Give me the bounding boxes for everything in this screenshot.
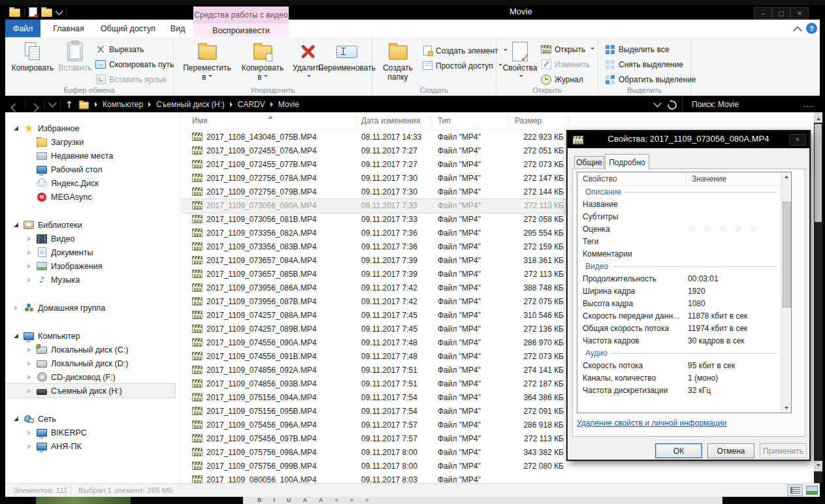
quick-access-dropdown-icon[interactable]	[55, 7, 63, 16]
expander-icon[interactable]	[26, 360, 33, 367]
properties-button[interactable]: Свойства	[502, 39, 538, 87]
property-row[interactable]: Частота кадров30 кадров в сек	[577, 334, 781, 347]
quick-access-paste-icon[interactable]	[29, 7, 37, 17]
file-row[interactable]: 3212017_1109_073356_083B.MP409.11.2017 7…	[182, 240, 570, 254]
remove-properties-link[interactable]: Удаление свойств и личной информации	[577, 418, 726, 428]
sidebar-item-videos[interactable]: Видео	[5, 232, 175, 245]
copy-path-button[interactable]: ... Скопировать путь	[95, 57, 174, 72]
property-row[interactable]: Оценка☆ ☆ ☆ ☆ ☆	[577, 223, 781, 235]
move-to-button[interactable]: ← Переместить в	[179, 39, 235, 87]
expander-icon[interactable]	[26, 236, 33, 242]
maximize-button[interactable]: ▢	[772, 7, 790, 19]
easy-access-button[interactable]: Простой доступ	[422, 58, 508, 73]
file-row[interactable]: 3212017_1109_074257_088A.MP409.11.2017 7…	[182, 309, 570, 323]
sidebar-item-anya-pk[interactable]: АНЯ-ПК	[5, 439, 175, 453]
sidebar-item-documents[interactable]: Документы	[5, 245, 175, 259]
expander-icon[interactable]	[26, 249, 33, 256]
sidebar-item-disk-c[interactable]: Локальный диск (C:)	[5, 343, 175, 356]
scroll-up-icon[interactable]	[814, 112, 822, 123]
tab-file[interactable]: Файл	[5, 20, 40, 37]
file-row[interactable]: 3212017_1109_075156_094A.MP409.11.2017 7…	[182, 391, 570, 405]
file-row[interactable]: 3212017_1109_072455_077B.MP409.11.2017 7…	[182, 158, 570, 172]
select-all-button[interactable]: Выделить все	[605, 42, 696, 57]
tab-view[interactable]: Вид	[166, 20, 189, 37]
history-button[interactable]: Журнал	[541, 72, 594, 87]
quick-access-folder-icon[interactable]	[41, 8, 52, 17]
sidebar-item-yandex-disk[interactable]: Яндекс.Диск	[5, 176, 175, 190]
property-row[interactable]: Высота кадра1080	[577, 297, 781, 309]
cancel-button[interactable]: Отмена	[707, 443, 754, 458]
copy-button[interactable]: Копировать	[9, 39, 56, 87]
copy-to-button[interactable]: Копировать в	[236, 39, 289, 87]
file-row[interactable]: 3212017_1109_075756_098A.MP409.11.2017 8…	[182, 446, 570, 460]
sidebar-item-homegroup[interactable]: Домашняя группа	[5, 301, 175, 315]
new-item-button[interactable]: Создать элемент	[422, 43, 508, 58]
expander-icon[interactable]	[26, 374, 33, 381]
sidebar-item-pictures[interactable]: Изображения	[5, 259, 175, 273]
file-row[interactable]: 3212017_1109_073356_082A.MP409.11.2017 7…	[182, 227, 570, 240]
expander-icon[interactable]	[26, 430, 33, 436]
expander-icon[interactable]	[26, 263, 33, 270]
sidebar-item-favorites[interactable]: Избранное	[5, 121, 175, 135]
search-input[interactable]: Поиск: Movie	[682, 97, 805, 112]
scroll-down-icon[interactable]	[814, 461, 822, 471]
property-row[interactable]: Продолжительность00:03:01	[577, 272, 781, 285]
refresh-icon[interactable]	[666, 99, 678, 111]
file-row[interactable]: 3212017_1109_072756_079B.MP409.11.2017 7…	[182, 185, 570, 199]
file-row[interactable]: 3212017_1109_074556_090A.MP409.11.2017 7…	[182, 336, 570, 350]
file-row[interactable]: 3212017_1109_073056_080A.MP409.11.2017 7…	[182, 199, 570, 213]
sidebar-item-music[interactable]: ♪Музыка	[5, 273, 175, 287]
file-row[interactable]: 3212017_1109_072455_076A.MP409.11.2017 7…	[182, 144, 570, 158]
expander-icon[interactable]	[26, 443, 33, 450]
file-row[interactable]: 3212017_1109_074257_089B.MP409.11.2017 7…	[182, 323, 570, 336]
tab-share[interactable]: Общий доступ	[97, 20, 159, 37]
file-row[interactable]: 3212017_1109_073657_084A.MP409.11.2017 7…	[182, 254, 570, 268]
file-row[interactable]: 3212017_1109_075456_097B.MP409.11.2017 7…	[182, 432, 570, 446]
property-row[interactable]: Скорость передачи данн...11878 кбит в се…	[577, 309, 781, 322]
file-row[interactable]: 3212017_1109_074556_091B.MP409.11.2017 7…	[182, 350, 570, 364]
file-row[interactable]: 3212017_1109_075156_095B.MP409.11.2017 7…	[182, 405, 570, 418]
invert-selection-button[interactable]: Обратить выделение	[605, 72, 696, 87]
minimize-button[interactable]: –	[754, 7, 772, 19]
column-header-date[interactable]: Дата изменения	[361, 116, 420, 125]
file-row[interactable]: 3212017_1109_073056_081B.MP409.11.2017 7…	[182, 213, 570, 227]
breadcrumb-removable-disk[interactable]: Съемный диск (H:)	[156, 100, 225, 109]
property-row[interactable]: Каналы, количество1 (моно)	[577, 371, 781, 384]
file-row[interactable]: 3212017_1109_073956_087B.MP409.11.2017 7…	[182, 295, 570, 309]
expander-icon[interactable]	[13, 125, 20, 132]
property-row[interactable]: Ширина кадра1920	[577, 285, 781, 297]
expander-icon[interactable]	[13, 305, 20, 311]
scroll-down-icon[interactable]	[781, 407, 791, 411]
sidebar-item-libraries[interactable]: Библиотеки	[5, 218, 175, 232]
breadcrumb-movie[interactable]: Movie	[278, 100, 299, 109]
file-row[interactable]: 3212017_1109_074856_092A.MP409.11.2017 7…	[182, 364, 570, 377]
sidebar-item-computer[interactable]: Компьютер	[5, 329, 175, 343]
expander-icon[interactable]	[13, 333, 20, 339]
column-header-type[interactable]: Тип	[438, 116, 451, 125]
file-row[interactable]: 3212017_1109_073956_086A.MP409.11.2017 7…	[182, 281, 570, 295]
file-row[interactable]: 3212017_1108_143046_075B.MP408.11.2017 1…	[182, 131, 570, 144]
file-row[interactable]: 3212017_1109_072756_078A.MP409.11.2017 7…	[182, 172, 570, 185]
property-row[interactable]: Название	[577, 198, 781, 210]
expander-icon[interactable]	[26, 277, 33, 283]
dialog-tab-details[interactable]: Подробно	[605, 154, 649, 170]
details-view-button[interactable]	[787, 484, 803, 496]
expander-icon[interactable]	[26, 347, 33, 353]
collapse-ribbon-icon[interactable]	[793, 26, 802, 35]
property-row[interactable]: Субтитры	[577, 210, 781, 223]
scroll-up-icon[interactable]	[781, 174, 791, 178]
dialog-tab-general[interactable]: Общие	[574, 156, 604, 169]
breadcrumb-computer[interactable]: Компьютер	[103, 100, 143, 109]
recent-locations-icon[interactable]	[48, 99, 57, 108]
ok-button[interactable]: ОК	[655, 443, 702, 458]
file-row[interactable]: 3212017_1109_073657_085B.MP409.11.2017 7…	[182, 268, 570, 281]
sidebar-item-cd-f[interactable]: CD-дисковод (F:)	[5, 370, 175, 384]
select-none-button[interactable]: Снять выделение	[605, 57, 696, 72]
dialog-scrollbar[interactable]	[781, 172, 791, 413]
search-options-button[interactable]: ....	[803, 97, 815, 112]
open-button[interactable]: 321 Открыть	[541, 42, 594, 57]
file-list-scrollbar[interactable]	[814, 112, 822, 483]
property-row[interactable]: Комментарии	[577, 247, 781, 260]
expander-icon[interactable]	[26, 388, 33, 394]
sidebar-item-network[interactable]: Сеть	[5, 412, 175, 426]
